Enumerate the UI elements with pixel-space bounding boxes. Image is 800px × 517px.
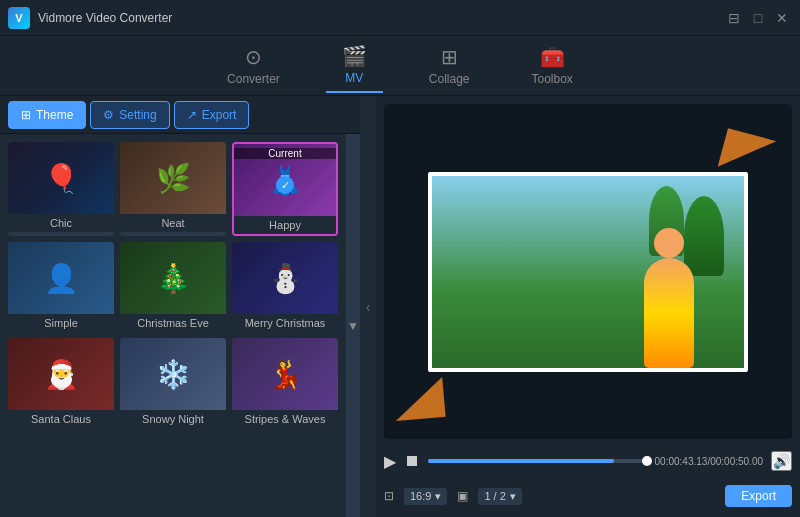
theme-label-chic: Chic <box>8 214 114 232</box>
tab-bar: ⊞ Theme ⚙ Setting ↗ Export <box>0 96 360 134</box>
theme-thumb-santa: 🎅 <box>8 338 114 410</box>
left-panel: ⊞ Theme ⚙ Setting ↗ Export 🎈Chic🌿Neat👗Cu… <box>0 96 360 517</box>
app-logo: V <box>8 7 30 29</box>
tab-theme[interactable]: ⊞ Theme <box>8 101 86 129</box>
converter-icon: ⊙ <box>245 45 262 69</box>
current-badge: Current <box>234 148 336 159</box>
player-controls: ▶ ⏹ 00:00:43.13/00:00:50.00 🔊 <box>384 445 792 477</box>
theme-emoji-xmas: 🎄 <box>156 262 191 295</box>
page-select[interactable]: 1 / 2 ▾ <box>478 488 521 505</box>
theme-emoji-neat: 🌿 <box>156 162 191 195</box>
nav-label-converter: Converter <box>227 72 280 86</box>
progress-bar[interactable] <box>428 459 647 463</box>
theme-item-chic[interactable]: 🎈Chic <box>8 142 114 236</box>
theme-label-santa: Santa Claus <box>8 410 114 428</box>
theme-item-neat[interactable]: 🌿Neat <box>120 142 226 236</box>
right-panel: ▶ ⏹ 00:00:43.13/00:00:50.00 🔊 ⊡ 16:9 ▾ ▣… <box>376 96 800 517</box>
main-area: ⊞ Theme ⚙ Setting ↗ Export 🎈Chic🌿Neat👗Cu… <box>0 96 800 517</box>
theme-label-stripes: Stripes & Waves <box>232 410 338 428</box>
theme-label-neat: Neat <box>120 214 226 232</box>
ratio-icon: ⊡ <box>384 489 394 503</box>
time-display: 00:00:43.13/00:00:50.00 <box>655 456 763 467</box>
nav-item-mv[interactable]: 🎬 MV <box>326 38 383 93</box>
theme-item-stripes[interactable]: 💃Stripes & Waves <box>232 338 338 428</box>
theme-emoji-stripes: 💃 <box>268 358 303 391</box>
ratio-select[interactable]: 16:9 ▾ <box>404 488 447 505</box>
nav-item-converter[interactable]: ⊙ Converter <box>211 39 296 92</box>
scroll-down-arrow[interactable]: ▼ <box>346 134 360 517</box>
theme-item-santa[interactable]: 🎅Santa Claus <box>8 338 114 428</box>
theme-label-simple: Simple <box>8 314 114 332</box>
theme-emoji-chic: 🎈 <box>44 162 79 195</box>
nav-item-toolbox[interactable]: 🧰 Toolbox <box>516 39 589 92</box>
ratio-dropdown-icon: ▾ <box>435 490 441 503</box>
progress-fill <box>428 459 614 463</box>
theme-thumb-chic: 🎈 <box>8 142 114 214</box>
theme-thumb-happy: 👗Current✓ <box>234 144 336 216</box>
theme-item-snowy[interactable]: ❄️Snowy Night <box>120 338 226 428</box>
theme-label-merry: Merry Christmas <box>232 314 338 332</box>
theme-item-xmas[interactable]: 🎄Christmas Eve <box>120 242 226 332</box>
page-icon: ▣ <box>457 489 468 503</box>
deco-triangle-bottom-left <box>392 377 445 421</box>
theme-label-xmas: Christmas Eve <box>120 314 226 332</box>
theme-emoji-simple: 👤 <box>44 262 79 295</box>
theme-emoji-snowy: ❄️ <box>156 358 191 391</box>
play-button[interactable]: ▶ <box>384 452 396 471</box>
theme-label-happy: Happy <box>234 216 336 234</box>
theme-label-snowy: Snowy Night <box>120 410 226 428</box>
window-controls: ⊟ □ ✕ <box>724 8 792 28</box>
theme-item-merry[interactable]: ⛄Merry Christmas <box>232 242 338 332</box>
restore-button[interactable]: □ <box>748 8 768 28</box>
preview-video <box>432 176 744 368</box>
preview-frame <box>428 172 748 372</box>
theme-thumb-snowy: ❄️ <box>120 338 226 410</box>
collage-icon: ⊞ <box>441 45 458 69</box>
app-title: Vidmore Video Converter <box>38 11 724 25</box>
bottom-controls: ⊡ 16:9 ▾ ▣ 1 / 2 ▾ Export <box>384 483 792 509</box>
selected-check-badge: ✓ <box>276 176 294 194</box>
theme-item-simple[interactable]: 👤Simple <box>8 242 114 332</box>
setting-gear-icon: ⚙ <box>103 108 114 122</box>
toolbox-icon: 🧰 <box>540 45 565 69</box>
nav-label-collage: Collage <box>429 72 470 86</box>
preview-area <box>384 104 792 439</box>
progress-thumb <box>642 456 652 466</box>
theme-thumb-simple: 👤 <box>8 242 114 314</box>
nav-label-toolbox: Toolbox <box>532 72 573 86</box>
panel-divider-arrow[interactable]: ‹ <box>360 96 376 517</box>
stop-button[interactable]: ⏹ <box>404 452 420 470</box>
theme-emoji-merry: ⛄ <box>268 262 303 295</box>
export-button[interactable]: Export <box>725 485 792 507</box>
theme-thumb-merry: ⛄ <box>232 242 338 314</box>
theme-thumb-xmas: 🎄 <box>120 242 226 314</box>
nav-item-collage[interactable]: ⊞ Collage <box>413 39 486 92</box>
page-dropdown-icon: ▾ <box>510 490 516 503</box>
tab-setting[interactable]: ⚙ Setting <box>90 101 169 129</box>
close-button[interactable]: ✕ <box>772 8 792 28</box>
minimize-button[interactable]: ⊟ <box>724 8 744 28</box>
mv-icon: 🎬 <box>342 44 367 68</box>
title-bar: V Vidmore Video Converter ⊟ □ ✕ <box>0 0 800 36</box>
top-nav: ⊙ Converter 🎬 MV ⊞ Collage 🧰 Toolbox <box>0 36 800 96</box>
theme-grid-icon: ⊞ <box>21 108 31 122</box>
tab-export[interactable]: ↗ Export <box>174 101 250 129</box>
volume-button[interactable]: 🔊 <box>771 451 792 471</box>
theme-grid: 🎈Chic🌿Neat👗Current✓Happy👤Simple🎄Christma… <box>0 134 346 517</box>
export-arrow-icon: ↗ <box>187 108 197 122</box>
nav-label-mv: MV <box>345 71 363 85</box>
theme-thumb-neat: 🌿 <box>120 142 226 214</box>
theme-item-happy[interactable]: 👗Current✓Happy <box>232 142 338 236</box>
theme-emoji-santa: 🎅 <box>44 358 79 391</box>
theme-thumb-stripes: 💃 <box>232 338 338 410</box>
